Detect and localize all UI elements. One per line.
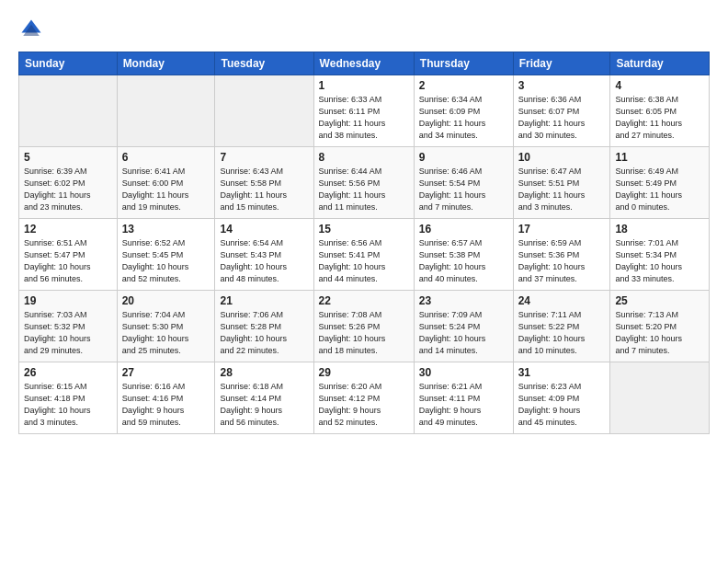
- day-number: 13: [122, 223, 210, 236]
- day-info: Sunrise: 6:47 AM Sunset: 5:51 PM Dayligh…: [518, 166, 606, 213]
- calendar-cell: 9Sunrise: 6:46 AM Sunset: 5:54 PM Daylig…: [414, 147, 513, 219]
- calendar-cell: 30Sunrise: 6:21 AM Sunset: 4:11 PM Dayli…: [414, 362, 513, 434]
- weekday-header-row: SundayMondayTuesdayWednesdayThursdayFrid…: [19, 52, 710, 75]
- day-info: Sunrise: 7:04 AM Sunset: 5:30 PM Dayligh…: [122, 309, 210, 357]
- day-number: 31: [518, 366, 606, 379]
- week-row-3: 12Sunrise: 6:51 AM Sunset: 5:47 PM Dayli…: [19, 219, 710, 291]
- day-number: 2: [419, 79, 508, 92]
- day-number: 10: [518, 151, 606, 164]
- day-number: 12: [24, 223, 112, 236]
- day-number: 8: [319, 151, 409, 164]
- day-number: 3: [518, 79, 606, 92]
- day-info: Sunrise: 7:03 AM Sunset: 5:32 PM Dayligh…: [24, 309, 112, 357]
- weekday-header-thursday: Thursday: [414, 52, 513, 75]
- day-info: Sunrise: 6:21 AM Sunset: 4:11 PM Dayligh…: [419, 381, 508, 429]
- page: SundayMondayTuesdayWednesdayThursdayFrid…: [0, 0, 728, 563]
- weekday-header-monday: Monday: [117, 52, 215, 75]
- day-number: 28: [220, 366, 308, 379]
- calendar-cell: [215, 75, 313, 147]
- day-number: 20: [122, 294, 210, 307]
- calendar-cell: 25Sunrise: 7:13 AM Sunset: 5:20 PM Dayli…: [610, 291, 710, 362]
- weekday-header-sunday: Sunday: [19, 52, 118, 75]
- week-row-2: 5Sunrise: 6:39 AM Sunset: 6:02 PM Daylig…: [19, 147, 710, 219]
- day-number: 5: [24, 151, 112, 164]
- calendar-cell: 13Sunrise: 6:52 AM Sunset: 5:45 PM Dayli…: [117, 219, 215, 291]
- day-info: Sunrise: 7:06 AM Sunset: 5:28 PM Dayligh…: [220, 309, 308, 357]
- day-info: Sunrise: 6:34 AM Sunset: 6:09 PM Dayligh…: [419, 94, 508, 142]
- calendar-cell: 17Sunrise: 6:59 AM Sunset: 5:36 PM Dayli…: [513, 219, 610, 291]
- weekday-header-wednesday: Wednesday: [313, 52, 414, 75]
- day-info: Sunrise: 6:46 AM Sunset: 5:54 PM Dayligh…: [419, 166, 508, 213]
- day-number: 16: [419, 223, 508, 236]
- calendar-cell: 12Sunrise: 6:51 AM Sunset: 5:47 PM Dayli…: [19, 219, 118, 291]
- day-info: Sunrise: 6:52 AM Sunset: 5:45 PM Dayligh…: [122, 237, 210, 285]
- calendar-cell: 8Sunrise: 6:44 AM Sunset: 5:56 PM Daylig…: [313, 147, 414, 219]
- day-info: Sunrise: 6:51 AM Sunset: 5:47 PM Dayligh…: [24, 237, 112, 285]
- calendar-cell: 31Sunrise: 6:23 AM Sunset: 4:09 PM Dayli…: [513, 362, 610, 434]
- weekday-header-saturday: Saturday: [610, 52, 710, 75]
- week-row-5: 26Sunrise: 6:15 AM Sunset: 4:18 PM Dayli…: [19, 362, 710, 434]
- calendar-cell: 20Sunrise: 7:04 AM Sunset: 5:30 PM Dayli…: [117, 291, 215, 362]
- day-number: 6: [122, 151, 210, 164]
- day-number: 4: [615, 79, 704, 92]
- day-number: 30: [419, 366, 508, 379]
- day-info: Sunrise: 7:09 AM Sunset: 5:24 PM Dayligh…: [419, 309, 508, 357]
- day-number: 17: [518, 223, 606, 236]
- day-info: Sunrise: 6:56 AM Sunset: 5:41 PM Dayligh…: [319, 237, 409, 285]
- day-number: 29: [319, 366, 409, 379]
- calendar-cell: 10Sunrise: 6:47 AM Sunset: 5:51 PM Dayli…: [513, 147, 610, 219]
- day-number: 11: [615, 151, 704, 164]
- day-number: 22: [319, 294, 409, 307]
- day-info: Sunrise: 6:20 AM Sunset: 4:12 PM Dayligh…: [319, 381, 409, 429]
- day-number: 15: [319, 223, 409, 236]
- day-number: 24: [518, 294, 606, 307]
- day-info: Sunrise: 6:49 AM Sunset: 5:49 PM Dayligh…: [615, 166, 704, 213]
- day-info: Sunrise: 7:13 AM Sunset: 5:20 PM Dayligh…: [615, 309, 704, 357]
- day-info: Sunrise: 6:44 AM Sunset: 5:56 PM Dayligh…: [319, 166, 409, 213]
- calendar-cell: 14Sunrise: 6:54 AM Sunset: 5:43 PM Dayli…: [215, 219, 313, 291]
- day-info: Sunrise: 6:59 AM Sunset: 5:36 PM Dayligh…: [518, 237, 606, 285]
- calendar: SundayMondayTuesdayWednesdayThursdayFrid…: [18, 52, 710, 434]
- calendar-cell: [610, 362, 710, 434]
- day-number: 19: [24, 294, 112, 307]
- day-info: Sunrise: 6:38 AM Sunset: 6:05 PM Dayligh…: [615, 94, 704, 142]
- calendar-cell: 15Sunrise: 6:56 AM Sunset: 5:41 PM Dayli…: [313, 219, 414, 291]
- day-info: Sunrise: 7:01 AM Sunset: 5:34 PM Dayligh…: [615, 237, 704, 285]
- day-number: 27: [122, 366, 210, 379]
- day-info: Sunrise: 6:23 AM Sunset: 4:09 PM Dayligh…: [518, 381, 606, 429]
- calendar-cell: 29Sunrise: 6:20 AM Sunset: 4:12 PM Dayli…: [313, 362, 414, 434]
- weekday-header-tuesday: Tuesday: [215, 52, 313, 75]
- calendar-cell: 26Sunrise: 6:15 AM Sunset: 4:18 PM Dayli…: [19, 362, 118, 434]
- day-number: 25: [615, 294, 704, 307]
- day-info: Sunrise: 6:33 AM Sunset: 6:11 PM Dayligh…: [319, 94, 409, 142]
- calendar-cell: 18Sunrise: 7:01 AM Sunset: 5:34 PM Dayli…: [610, 219, 710, 291]
- day-info: Sunrise: 6:18 AM Sunset: 4:14 PM Dayligh…: [220, 381, 308, 429]
- day-number: 14: [220, 223, 308, 236]
- day-info: Sunrise: 7:11 AM Sunset: 5:22 PM Dayligh…: [518, 309, 606, 357]
- day-info: Sunrise: 6:54 AM Sunset: 5:43 PM Dayligh…: [220, 237, 308, 285]
- calendar-cell: 11Sunrise: 6:49 AM Sunset: 5:49 PM Dayli…: [610, 147, 710, 219]
- day-info: Sunrise: 6:57 AM Sunset: 5:38 PM Dayligh…: [419, 237, 508, 285]
- header: [18, 17, 710, 42]
- calendar-cell: 2Sunrise: 6:34 AM Sunset: 6:09 PM Daylig…: [414, 75, 513, 147]
- day-number: 7: [220, 151, 308, 164]
- day-info: Sunrise: 6:43 AM Sunset: 5:58 PM Dayligh…: [220, 166, 308, 213]
- calendar-cell: 4Sunrise: 6:38 AM Sunset: 6:05 PM Daylig…: [610, 75, 710, 147]
- day-info: Sunrise: 6:15 AM Sunset: 4:18 PM Dayligh…: [24, 381, 112, 429]
- calendar-cell: 28Sunrise: 6:18 AM Sunset: 4:14 PM Dayli…: [215, 362, 313, 434]
- calendar-cell: [19, 75, 118, 147]
- day-info: Sunrise: 6:39 AM Sunset: 6:02 PM Dayligh…: [24, 166, 112, 213]
- day-number: 26: [24, 366, 112, 379]
- calendar-cell: 22Sunrise: 7:08 AM Sunset: 5:26 PM Dayli…: [313, 291, 414, 362]
- calendar-cell: 3Sunrise: 6:36 AM Sunset: 6:07 PM Daylig…: [513, 75, 610, 147]
- day-number: 1: [319, 79, 409, 92]
- weekday-header-friday: Friday: [513, 52, 610, 75]
- calendar-cell: 24Sunrise: 7:11 AM Sunset: 5:22 PM Dayli…: [513, 291, 610, 362]
- week-row-4: 19Sunrise: 7:03 AM Sunset: 5:32 PM Dayli…: [19, 291, 710, 362]
- day-number: 18: [615, 223, 704, 236]
- day-number: 9: [419, 151, 508, 164]
- calendar-cell: 7Sunrise: 6:43 AM Sunset: 5:58 PM Daylig…: [215, 147, 313, 219]
- logo: [18, 17, 48, 42]
- day-info: Sunrise: 6:36 AM Sunset: 6:07 PM Dayligh…: [518, 94, 606, 142]
- calendar-cell: 1Sunrise: 6:33 AM Sunset: 6:11 PM Daylig…: [313, 75, 414, 147]
